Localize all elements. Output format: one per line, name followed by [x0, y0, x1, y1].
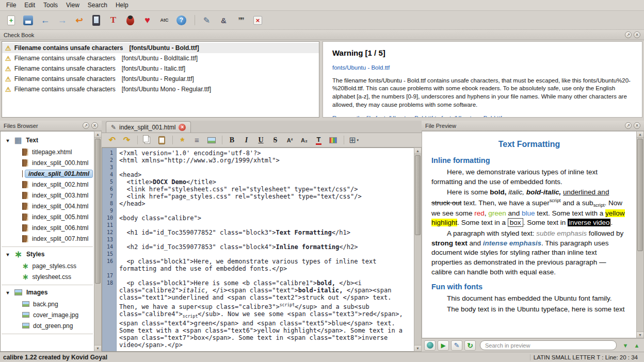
insert-table-icon[interactable]: ⊞ [347, 134, 360, 146]
file-item[interactable]: back.png [2, 299, 93, 309]
find-previous-icon[interactable]: ▲ [632, 340, 641, 351]
check-issue-row[interactable]: Filename contains unsafe characters [fon… [2, 53, 319, 63]
check-issue-row[interactable]: Filename contains unsafe characters [fon… [2, 43, 319, 53]
subscript-icon[interactable]: A₂ [298, 134, 311, 146]
menu-item[interactable]: Edit [20, 1, 39, 10]
close-panel-icon[interactable] [634, 122, 640, 129]
insert-image-icon[interactable] [205, 134, 218, 146]
spell-check-icon[interactable]: AtC [157, 13, 171, 27]
menu-item[interactable]: Search [84, 1, 111, 10]
files-section-styles[interactable]: Styles [2, 248, 93, 260]
format-list-icon[interactable]: ≡ [190, 134, 203, 146]
icon-glyph: AtC [160, 18, 169, 23]
float-panel-icon[interactable] [625, 122, 632, 129]
strikethrough-icon[interactable]: S [269, 134, 282, 146]
check-issue-row[interactable]: Filename contains unsafe characters [fon… [2, 74, 319, 84]
go-forward-icon[interactable]: → [55, 13, 69, 27]
tab-index-split-001[interactable]: index_split_001.html [106, 121, 191, 133]
file-item[interactable]: index_split_006.html [2, 222, 93, 233]
expand-arrow-icon[interactable] [5, 138, 10, 143]
close-tab-icon[interactable] [179, 124, 186, 131]
save-icon[interactable] [21, 13, 35, 27]
scrollbar-thumb[interactable] [637, 139, 643, 251]
warning-file-link[interactable]: fonts/Ubuntu - Bold.ttf [332, 64, 633, 72]
run-preview-icon[interactable]: ▶ [438, 340, 449, 351]
scroll-down-icon[interactable] [637, 332, 643, 338]
files-scrollbar[interactable] [94, 131, 102, 352]
check-issue-row[interactable]: Filename contains unsafe characters [fon… [2, 63, 319, 74]
bold-icon[interactable]: B [226, 134, 238, 146]
beautify-file-icon[interactable]: ✎ [200, 13, 214, 27]
go-back-icon[interactable]: ← [38, 13, 52, 27]
menu-item[interactable]: Help [111, 1, 133, 10]
file-item[interactable]: index_split_001.html [2, 168, 93, 179]
file-item[interactable]: index_split_005.html [2, 211, 93, 222]
italic-icon[interactable]: I [240, 134, 253, 146]
menu-item[interactable]: Tools [39, 1, 62, 10]
close-panel-icon[interactable] [634, 31, 640, 38]
expand-arrow-icon[interactable] [5, 290, 10, 295]
insert-special-character-icon[interactable]: & [217, 13, 231, 27]
scroll-up-icon[interactable] [637, 131, 643, 138]
float-panel-icon[interactable] [625, 31, 632, 38]
new-file-icon[interactable]: + [4, 13, 18, 27]
check-issue-row[interactable]: Filename contains unsafe characters [fon… [2, 84, 319, 94]
file-item[interactable]: page_styles.css [2, 260, 93, 271]
close-panel-icon[interactable] [91, 122, 98, 129]
file-name: dot_green.png [33, 322, 73, 330]
undo-icon[interactable]: ↶ [106, 134, 119, 146]
code-editor[interactable]: 1 <?xml version='1.0' encoding='utf-8'?>… [102, 147, 414, 352]
file-item[interactable]: index_split_002.html [2, 179, 93, 190]
superscript-icon[interactable]: A² [283, 134, 296, 146]
style-file-list: page_styles.css stylesheet.css [2, 260, 93, 282]
file-item[interactable]: stylesheet.css [2, 271, 93, 282]
background-color-icon[interactable] [327, 134, 340, 146]
help-icon[interactable]: ? [174, 13, 188, 27]
open-in-browser-icon[interactable]: ✎ [451, 340, 462, 351]
live-reload-icon[interactable] [424, 340, 436, 351]
float-panel-icon[interactable] [83, 122, 89, 129]
preview-scrollbar[interactable] [636, 131, 644, 338]
scrollbar-thumb[interactable] [95, 139, 101, 284]
scrollbar-track[interactable] [414, 154, 421, 345]
editor-scrollbar[interactable] [414, 147, 422, 352]
menu-item[interactable]: View [62, 1, 84, 10]
scrollbar-track[interactable] [94, 138, 101, 345]
remove-unused-icon[interactable]: × [251, 13, 265, 27]
check-book-icon[interactable] [123, 13, 137, 27]
warning-icon [5, 55, 11, 62]
paste-icon[interactable] [155, 134, 168, 146]
scroll-down-icon[interactable] [414, 345, 421, 351]
smarten-punctuation-icon[interactable]: ”” [234, 13, 248, 27]
file-item[interactable]: cover_image.jpg [2, 309, 93, 320]
ebook-device-icon[interactable] [89, 13, 103, 27]
menu-item[interactable]: File [2, 1, 20, 10]
insert-tag-icon[interactable]: * [176, 134, 189, 146]
scroll-up-icon[interactable] [94, 131, 101, 138]
files-section-images[interactable]: Images [2, 286, 93, 299]
file-item[interactable]: index_split_000.html [2, 157, 93, 168]
refresh-preview-icon[interactable]: ↻ [464, 340, 476, 351]
scroll-up-icon[interactable] [414, 148, 421, 154]
scrollbar-track[interactable] [637, 138, 643, 332]
file-item[interactable]: titlepage.xhtml [2, 146, 93, 157]
expand-arrow-icon[interactable] [5, 252, 10, 257]
files-section-text[interactable]: Text [2, 134, 93, 146]
edit-title-text-icon[interactable]: T [106, 13, 120, 27]
undo-checkpoint-icon[interactable]: ↩ [72, 13, 86, 27]
file-item[interactable]: index_split_004.html [2, 201, 93, 211]
rename-file-link[interactable]: Rename the file fonts/Ubuntu - Bold.ttf … [332, 114, 633, 118]
file-item[interactable]: index_split_003.html [2, 190, 93, 201]
file-item[interactable]: dot_green.png [2, 320, 93, 331]
find-next-icon[interactable]: ▼ [621, 340, 630, 351]
donate-icon[interactable]: ♥ [140, 13, 154, 27]
scrollbar-thumb[interactable] [415, 155, 421, 235]
copy-icon[interactable] [141, 134, 154, 146]
preview-search-input[interactable] [480, 340, 617, 350]
underline-icon[interactable]: U [254, 134, 267, 146]
redo-icon[interactable]: ↷ [120, 134, 133, 146]
file-item[interactable]: index_split_007.html [2, 233, 93, 244]
text-color-icon[interactable]: T [312, 134, 325, 146]
icon-glyph: ▼ [623, 342, 629, 349]
scroll-down-icon[interactable] [94, 345, 101, 351]
